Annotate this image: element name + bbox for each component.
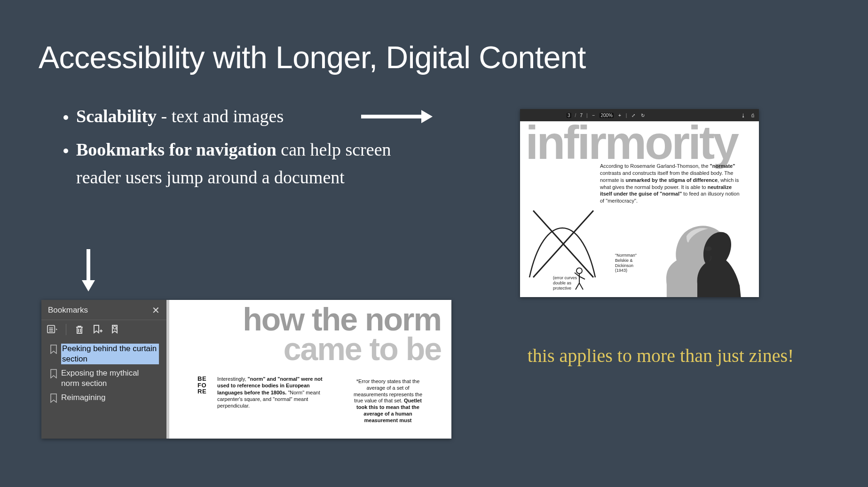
doc-heading: how the norm came to be: [169, 300, 451, 363]
pdf-zoom-screenshot: 3 / 7 | − 200% + | ⤢ ↻ ⭳ ⎙ e infirmority…: [520, 109, 759, 297]
print-icon[interactable]: ⎙: [750, 113, 755, 118]
options-menu-icon[interactable]: [47, 324, 58, 335]
bullet-item-scalability: Scalability - text and images: [76, 102, 404, 130]
pdf-body-paragraph: According to Rosemarie Garland-Thomson, …: [600, 163, 743, 204]
close-icon[interactable]: ✕: [152, 305, 160, 316]
bullet-lead: Bookmarks for navigation: [76, 140, 276, 159]
bullet-list: Scalability - text and images Bookmarks …: [47, 102, 404, 197]
page-current[interactable]: 3: [567, 113, 571, 118]
slide-title: Accessibility with Longer, Digital Conte…: [39, 39, 586, 75]
footer-caption: this applies to more than just zines!: [522, 341, 799, 370]
page-sep: /: [575, 113, 576, 118]
bullet-rest: - text and images: [157, 106, 284, 126]
bookmarks-header: Bookmarks ✕: [41, 300, 166, 320]
doc-side-label: BE FO RE: [197, 376, 209, 424]
document-preview: how the norm came to be BE FO RE Interes…: [166, 300, 451, 439]
svg-rect-9: [47, 325, 55, 332]
arrow-right-icon: [361, 111, 433, 122]
delete-bookmark-icon[interactable]: [74, 324, 85, 335]
download-icon[interactable]: ⭳: [740, 113, 747, 118]
fit-page-icon[interactable]: ⤢: [631, 113, 636, 118]
doc-column-b: *Error theory states that the average of…: [353, 376, 423, 424]
svg-line-18: [116, 329, 117, 330]
zoom-value[interactable]: 200%: [600, 113, 614, 118]
bullet-lead: Scalability: [76, 106, 157, 126]
bookmark-label: Exposing the mythical norm section: [61, 368, 159, 389]
pdf-toolbar: 3 / 7 | − 200% + | ⤢ ↻ ⭳ ⎙: [520, 109, 759, 121]
bookmark-icon: [50, 393, 57, 403]
arrow-down-icon: [83, 249, 94, 291]
bookmark-item[interactable]: Reimagining: [47, 391, 162, 405]
error-curve-note: (error curves double as protective: [553, 275, 584, 291]
bullet-item-bookmarks: Bookmarks for navigation can help screen…: [76, 136, 404, 191]
bookmarks-title: Bookmarks: [48, 306, 88, 315]
normman-bust-image: [643, 209, 751, 297]
svg-point-2: [576, 268, 582, 274]
pdf-page-content: e infirmority According to Rosemarie Gar…: [520, 121, 759, 297]
bookmarks-panel: Bookmarks ✕ Peeking behind the curtain s…: [41, 300, 166, 439]
zoom-out-button[interactable]: −: [592, 113, 596, 118]
bookmark-search-icon[interactable]: [110, 324, 121, 335]
bookmark-label: Reimagining: [61, 393, 159, 403]
bookmarks-screenshot: Bookmarks ✕ Peeking behind the curtain s…: [41, 300, 451, 439]
doc-columns: BE FO RE Interestingly, "norm" and "norm…: [169, 363, 451, 424]
bookmark-item[interactable]: Exposing the mythical norm section: [47, 366, 162, 391]
bookmarks-toolbar: [41, 320, 166, 340]
bookmark-label: Peeking behind the curtain section: [61, 344, 159, 364]
bookmark-icon: [50, 369, 57, 378]
bookmark-icon: [50, 345, 57, 354]
bookmarks-list: Peeking behind the curtain section Expos…: [41, 340, 166, 408]
bookmark-item[interactable]: Peeking behind the curtain section: [47, 342, 162, 366]
rotate-icon[interactable]: ↻: [640, 113, 646, 118]
add-bookmark-icon[interactable]: [92, 324, 103, 335]
zoom-in-button[interactable]: +: [617, 113, 622, 118]
page-total: 7: [580, 113, 583, 118]
doc-column-a: Interestingly, "norm" and "normal" were …: [217, 376, 325, 424]
svg-point-8: [704, 246, 711, 251]
